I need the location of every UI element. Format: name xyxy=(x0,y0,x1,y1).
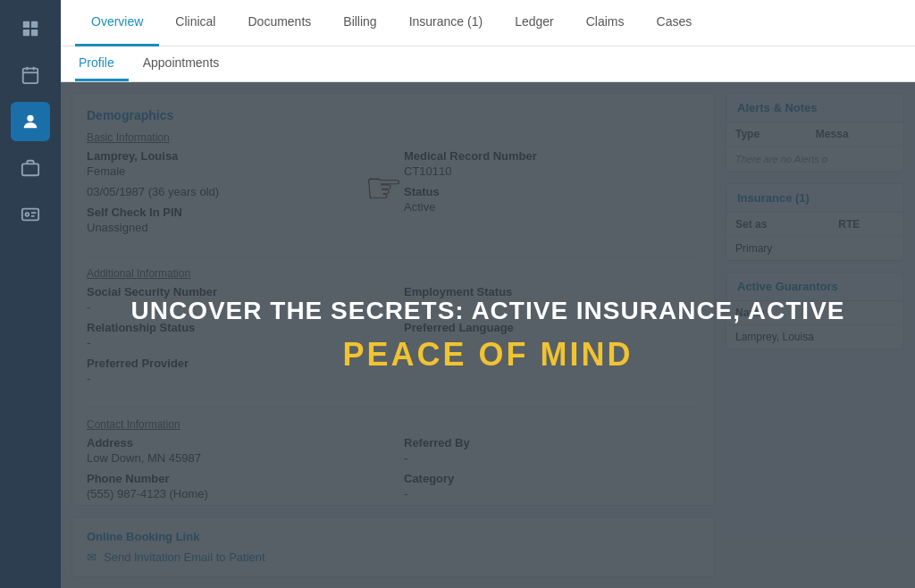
svg-rect-4 xyxy=(23,69,38,84)
tab-documents[interactable]: Documents xyxy=(231,0,327,46)
sidebar-icon-briefcase[interactable] xyxy=(11,148,50,188)
tab-overview[interactable]: Overview xyxy=(75,0,159,46)
content-area: Demographics Basic Information Lamprey, … xyxy=(61,82,915,588)
tab-claims[interactable]: Claims xyxy=(570,0,641,46)
svg-rect-2 xyxy=(23,29,29,36)
svg-point-8 xyxy=(27,115,33,122)
sidebar-icon-patients[interactable] xyxy=(11,102,50,141)
overlay-line1: UNCOVER THE SECRETS: ACTIVE INSURANCE, A… xyxy=(131,297,845,325)
overlay-line2: PEACE OF MIND xyxy=(342,336,633,374)
subtab-appointments[interactable]: Appointments xyxy=(139,46,234,81)
svg-rect-3 xyxy=(31,29,38,36)
svg-point-11 xyxy=(26,213,29,216)
tab-billing[interactable]: Billing xyxy=(327,0,392,46)
svg-rect-0 xyxy=(23,21,29,28)
main-content: Overview Clinical Documents Billing Insu… xyxy=(61,0,915,588)
sidebar-icon-dashboard[interactable] xyxy=(11,9,50,48)
sidebar-icon-idcard[interactable] xyxy=(11,195,50,234)
sidebar xyxy=(0,0,61,588)
tab-insurance[interactable]: Insurance (1) xyxy=(393,0,499,46)
cursor-hand-icon: ☞ xyxy=(365,163,403,213)
promo-overlay: ☞ UNCOVER THE SECRETS: ACTIVE INSURANCE,… xyxy=(61,82,915,588)
svg-rect-1 xyxy=(31,21,38,28)
tab-clinical[interactable]: Clinical xyxy=(159,0,231,46)
top-navigation: Overview Clinical Documents Billing Insu… xyxy=(61,0,915,46)
subtab-profile[interactable]: Profile xyxy=(75,46,129,81)
svg-rect-9 xyxy=(22,164,38,175)
sub-navigation: Profile Appointments xyxy=(61,46,915,82)
sidebar-icon-calendar[interactable] xyxy=(11,55,50,95)
tab-ledger[interactable]: Ledger xyxy=(499,0,570,46)
tab-cases[interactable]: Cases xyxy=(641,0,709,46)
